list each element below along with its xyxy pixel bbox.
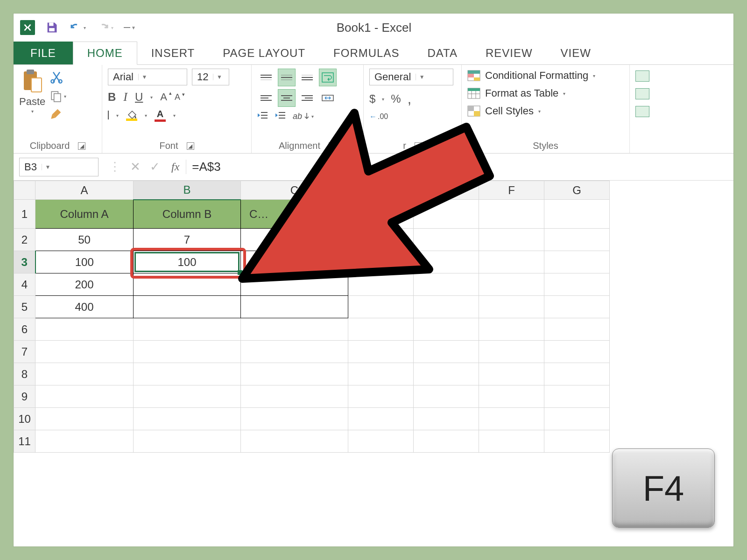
- col-header-G[interactable]: G: [544, 181, 610, 200]
- tab-view[interactable]: VIEW: [547, 42, 605, 64]
- row-header-5[interactable]: 5: [14, 296, 35, 318]
- align-center-button[interactable]: [278, 89, 296, 107]
- align-bottom-button[interactable]: [298, 69, 316, 86]
- font-launcher[interactable]: ◢: [187, 142, 194, 150]
- underline-dropdown[interactable]: ▾: [150, 95, 153, 100]
- tab-data[interactable]: DATA: [413, 42, 471, 64]
- enter-formula-button[interactable]: ✓: [145, 160, 165, 174]
- cell-C4[interactable]: [241, 273, 348, 296]
- merge-center-button[interactable]: [319, 89, 337, 107]
- redo-dropdown[interactable]: ▾: [110, 25, 113, 30]
- italic-button[interactable]: I: [123, 90, 127, 104]
- row-header-10[interactable]: 10: [14, 408, 35, 430]
- number-format-combo[interactable]: General ▼: [369, 69, 453, 85]
- wrap-text-button[interactable]: [319, 69, 337, 86]
- align-middle-button[interactable]: [278, 69, 296, 86]
- decrease-indent-button[interactable]: [257, 111, 268, 122]
- row-header-3[interactable]: 3: [14, 251, 35, 273]
- formula-input[interactable]: =A$3: [186, 160, 220, 174]
- save-icon[interactable]: [45, 21, 58, 34]
- cancel-formula-button[interactable]: ✕: [126, 160, 145, 174]
- number-launcher[interactable]: ◢: [415, 142, 422, 150]
- format-painter-button[interactable]: [50, 107, 66, 122]
- cell-B1[interactable]: Column B: [134, 200, 241, 229]
- accounting-dropdown[interactable]: ▾: [382, 97, 384, 102]
- bold-button[interactable]: B: [108, 91, 116, 104]
- row-header-4[interactable]: 4: [14, 273, 35, 296]
- tab-insert[interactable]: INSERT: [137, 42, 209, 64]
- copy-button[interactable]: ▾: [50, 90, 66, 102]
- accounting-format-button[interactable]: $: [369, 92, 375, 105]
- worksheet[interactable]: A B C D E F G 1 Column A Column B C…: [14, 181, 733, 453]
- fill-color-dropdown[interactable]: ▾: [145, 113, 147, 118]
- redo-button[interactable]: ▾: [96, 22, 113, 33]
- cut-button[interactable]: [50, 70, 66, 85]
- paste-button[interactable]: Paste ▾: [19, 69, 45, 114]
- alignment-launcher[interactable]: ◢: [329, 142, 336, 150]
- col-header-B[interactable]: B: [134, 181, 241, 200]
- insert-cells-button[interactable]: [635, 70, 649, 82]
- align-right-button[interactable]: [298, 89, 316, 107]
- row-header-7[interactable]: 7: [14, 341, 35, 363]
- name-box-arrow[interactable]: ▼: [42, 164, 54, 170]
- align-left-button[interactable]: [257, 89, 275, 107]
- cell-B2[interactable]: 7: [134, 229, 241, 251]
- align-top-button[interactable]: [257, 69, 275, 86]
- font-size-combo[interactable]: 12 ▼: [192, 69, 229, 85]
- font-name-arrow[interactable]: ▼: [138, 74, 150, 80]
- increase-font-button[interactable]: A▴: [160, 91, 167, 103]
- cell-grid[interactable]: A B C D E F G 1 Column A Column B C…: [14, 181, 610, 453]
- font-name-combo[interactable]: Arial ▼: [108, 69, 187, 85]
- format-cells-button[interactable]: [635, 106, 649, 117]
- increase-decimal-button[interactable]: ←.00: [369, 112, 388, 121]
- conditional-formatting-button[interactable]: Conditional Formatting ▾: [467, 70, 624, 82]
- select-all-corner[interactable]: [14, 181, 35, 200]
- row-header-9[interactable]: 9: [14, 385, 35, 408]
- font-color-button[interactable]: A: [155, 109, 166, 122]
- underline-button[interactable]: U: [135, 91, 143, 104]
- font-size-arrow[interactable]: ▼: [213, 74, 225, 80]
- undo-dropdown[interactable]: ▾: [83, 25, 86, 30]
- cell-A4[interactable]: 200: [35, 273, 134, 296]
- orientation-button[interactable]: ab▾: [293, 112, 314, 121]
- excel-app-icon[interactable]: [20, 20, 35, 35]
- fill-handle[interactable]: [238, 270, 242, 275]
- cell-B4[interactable]: [134, 273, 241, 296]
- customize-qat[interactable]: ▼: [124, 25, 136, 30]
- tab-formulas[interactable]: FORMULAS: [319, 42, 413, 64]
- paste-dropdown[interactable]: ▾: [31, 109, 34, 114]
- delete-cells-button[interactable]: [635, 88, 649, 99]
- name-box[interactable]: B3 ▼: [19, 158, 99, 176]
- number-format-arrow[interactable]: ▼: [416, 74, 428, 80]
- cell-D1[interactable]: [348, 200, 414, 229]
- tab-file[interactable]: FILE: [14, 42, 73, 64]
- undo-button[interactable]: ▾: [69, 22, 86, 33]
- increase-indent-button[interactable]: [275, 111, 286, 122]
- col-header-F[interactable]: F: [479, 181, 544, 200]
- cell-C1[interactable]: C…: [241, 200, 348, 229]
- font-color-dropdown[interactable]: ▾: [173, 113, 176, 118]
- percent-format-button[interactable]: %: [391, 92, 401, 105]
- comma-format-button[interactable]: ,: [408, 91, 411, 107]
- borders-dropdown[interactable]: ▾: [116, 113, 119, 118]
- cell-B5[interactable]: [134, 296, 241, 318]
- col-header-D[interactable]: D: [348, 181, 414, 200]
- cell-A3[interactable]: 100: [35, 251, 134, 273]
- clipboard-launcher[interactable]: ◢: [78, 142, 85, 150]
- decrease-font-button[interactable]: A▾: [175, 92, 180, 102]
- row-header-11[interactable]: 11: [14, 430, 35, 453]
- cell-A2[interactable]: 50: [35, 229, 134, 251]
- tab-home[interactable]: HOME: [73, 42, 137, 65]
- cell-C3[interactable]: [241, 251, 348, 273]
- row-header-1[interactable]: 1: [14, 200, 35, 229]
- col-header-E[interactable]: E: [414, 181, 479, 200]
- tab-page-layout[interactable]: PAGE LAYOUT: [209, 42, 319, 64]
- col-header-C[interactable]: C: [241, 181, 348, 200]
- cell-A1[interactable]: Column A: [35, 200, 134, 229]
- cell-A5[interactable]: 400: [35, 296, 134, 318]
- format-as-table-button[interactable]: Format as Table ▾: [467, 87, 624, 99]
- fx-icon[interactable]: fx: [165, 161, 186, 173]
- cell-C2[interactable]: [241, 229, 348, 251]
- borders-button[interactable]: [108, 111, 109, 119]
- row-header-2[interactable]: 2: [14, 229, 35, 251]
